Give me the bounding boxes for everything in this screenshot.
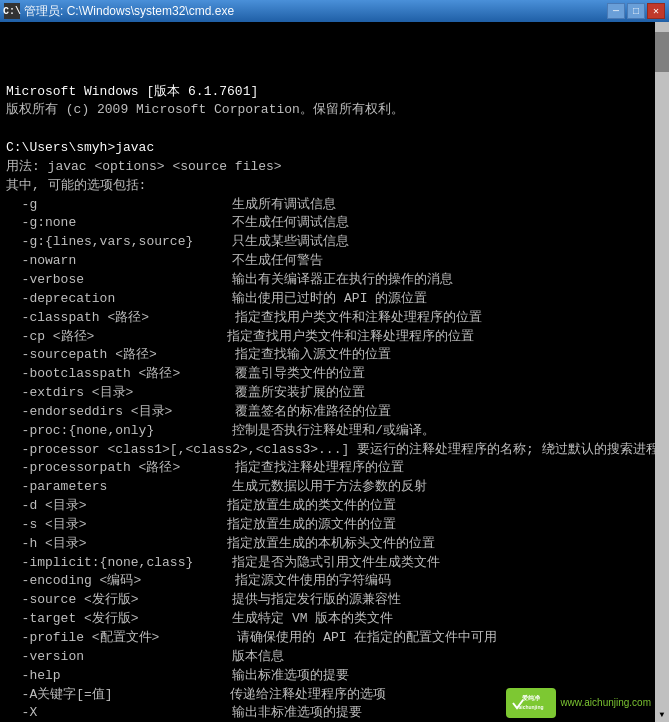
terminal-line: -sourcepath <路径> 指定查找输入源文件的位置 [6, 346, 647, 365]
title-bar: C:\ 管理员: C:\Windows\system32\cmd.exe ─ □… [0, 0, 669, 22]
terminal-line: -deprecation 输出使用已过时的 API 的源位置 [6, 290, 647, 309]
terminal-area[interactable]: ▲ ▼ Microsoft Windows [版本 6.1.7601]版权所有 … [0, 22, 669, 722]
terminal-line: -encoding <编码> 指定源文件使用的字符编码 [6, 572, 647, 591]
terminal-line: -verbose 输出有关编译器正在执行的操作的消息 [6, 271, 647, 290]
terminal-line: -parameters 生成元数据以用于方法参数的反射 [6, 478, 647, 497]
title-bar-left: C:\ 管理员: C:\Windows\system32\cmd.exe [4, 3, 234, 20]
window-controls: ─ □ ✕ [607, 3, 665, 19]
terminal-line: -extdirs <目录> 覆盖所安装扩展的位置 [6, 384, 647, 403]
minimize-button[interactable]: ─ [607, 3, 625, 19]
terminal-lines: Microsoft Windows [版本 6.1.7601]版权所有 (c) … [6, 83, 663, 722]
terminal-line: -bootclasspath <路径> 覆盖引导类文件的位置 [6, 365, 647, 384]
terminal-line: -d <目录> 指定放置生成的类文件的位置 [6, 497, 647, 516]
terminal-line: -classpath <路径> 指定查找用户类文件和注释处理程序的位置 [6, 309, 647, 328]
terminal-line: -version 版本信息 [6, 648, 647, 667]
terminal-line: -g:{lines,vars,source} 只生成某些调试信息 [6, 233, 647, 252]
terminal-line: -proc:{none,only} 控制是否执行注释处理和/或编译。 [6, 422, 647, 441]
svg-rect-0 [509, 690, 553, 716]
terminal-line: 用法: javac <options> <source files> [6, 158, 647, 177]
terminal-line: 其中, 可能的选项包括: [6, 177, 647, 196]
scroll-down-button[interactable]: ▼ [655, 708, 669, 722]
terminal-line: -processorpath <路径> 指定查找注释处理程序的位置 [6, 459, 647, 478]
terminal-line: -source <发行版> 提供与指定发行版的源兼容性 [6, 591, 647, 610]
terminal-line: -implicit:{none,class} 指定是否为隐式引用文件生成类文件 [6, 554, 647, 573]
svg-text:aichunjing: aichunjing [519, 704, 544, 710]
terminal-line: -h <目录> 指定放置生成的本机标头文件的位置 [6, 535, 647, 554]
svg-text:爱纯净: 爱纯净 [522, 694, 541, 701]
terminal-line [6, 120, 647, 139]
cmd-icon: C:\ [4, 3, 20, 19]
watermark: 爱纯净 aichunjing www.aichunjing.com [506, 688, 651, 718]
window-title: 管理员: C:\Windows\system32\cmd.exe [24, 3, 234, 20]
terminal-line: -target <发行版> 生成特定 VM 版本的类文件 [6, 610, 647, 629]
terminal-line: -help 输出标准选项的提要 [6, 667, 647, 686]
terminal-line: -profile <配置文件> 请确保使用的 API 在指定的配置文件中可用 [6, 629, 647, 648]
terminal-line: -cp <路径> 指定查找用户类文件和注释处理程序的位置 [6, 328, 647, 347]
terminal-line: -g 生成所有调试信息 [6, 196, 647, 215]
terminal-line: 版权所有 (c) 2009 Microsoft Corporation。保留所有… [6, 101, 647, 120]
terminal-line: -endorseddirs <目录> 覆盖签名的标准路径的位置 [6, 403, 647, 422]
terminal-line: -processor <class1>[,<class2>,<class3>..… [6, 441, 647, 460]
close-button[interactable]: ✕ [647, 3, 665, 19]
terminal-line: C:\Users\smyh>javac [6, 139, 647, 158]
scrollbar-thumb[interactable] [655, 32, 669, 72]
terminal-line: -s <目录> 指定放置生成的源文件的位置 [6, 516, 647, 535]
scrollbar[interactable]: ▲ ▼ [655, 22, 669, 722]
watermark-url: www.aichunjing.com [560, 696, 651, 711]
watermark-logo: 爱纯净 aichunjing [506, 688, 556, 718]
terminal-line: -g:none 不生成任何调试信息 [6, 214, 647, 233]
maximize-button[interactable]: □ [627, 3, 645, 19]
terminal-line: Microsoft Windows [版本 6.1.7601] [6, 83, 647, 102]
terminal-line: -nowarn 不生成任何警告 [6, 252, 647, 271]
